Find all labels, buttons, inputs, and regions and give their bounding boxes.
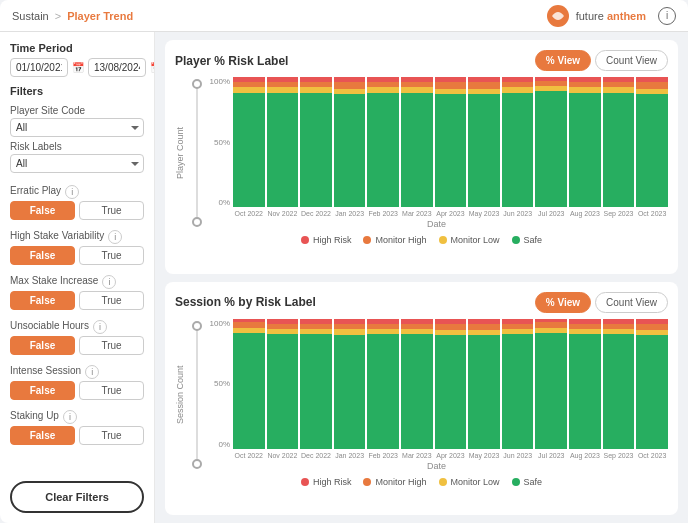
chart1-slider-bottom[interactable] xyxy=(192,217,202,227)
chart2-count-view-btn[interactable]: Count View xyxy=(595,292,668,313)
feature-unsociable-hours: Unsociable Hours i False True xyxy=(10,320,144,355)
x-label: Jul 2023 xyxy=(535,452,567,459)
bar-segment-safe xyxy=(502,93,534,207)
bar-group-1 xyxy=(267,319,299,449)
legend-dot xyxy=(363,236,371,244)
legend-item: High Risk xyxy=(301,235,352,245)
time-period-label: Time Period xyxy=(10,42,144,54)
x-label: Oct 2023 xyxy=(636,210,668,217)
bar-group-5 xyxy=(401,319,433,449)
bar-group-0 xyxy=(233,319,265,449)
date-end-input[interactable] xyxy=(88,58,146,77)
bar-segment-safe xyxy=(636,94,668,207)
bar-group-12 xyxy=(636,319,668,449)
erratic-play-false-btn[interactable]: False xyxy=(10,201,75,220)
x-label: Mar 2023 xyxy=(401,452,433,459)
chart2-percent-view-btn[interactable]: % View xyxy=(535,292,591,313)
intense-session-false-btn[interactable]: False xyxy=(10,381,75,400)
bar-segment-safe xyxy=(502,334,534,448)
intense-session-true-btn[interactable]: True xyxy=(79,381,144,400)
bar-group-2 xyxy=(300,77,332,207)
unsociable-hours-info[interactable]: i xyxy=(93,320,107,334)
x-label: Jun 2023 xyxy=(502,452,534,459)
high-stake-var-false-btn[interactable]: False xyxy=(10,246,75,265)
chart1-y-ticks: 100% 50% 0% xyxy=(205,77,233,207)
x-label: Oct 2023 xyxy=(636,452,668,459)
info-icon[interactable]: i xyxy=(658,7,676,25)
legend-item: Monitor High xyxy=(363,477,426,487)
unsociable-hours-false-btn[interactable]: False xyxy=(10,336,75,355)
staking-up-false-btn[interactable]: False xyxy=(10,426,75,445)
breadcrumb-current: Player Trend xyxy=(67,10,133,22)
chart2-slider-top[interactable] xyxy=(192,321,202,331)
high-stake-var-info[interactable]: i xyxy=(108,230,122,244)
max-stake-info[interactable]: i xyxy=(102,275,116,289)
chart1-slider-top[interactable] xyxy=(192,79,202,89)
breadcrumb: Sustain > Player Trend xyxy=(12,10,133,22)
bar-segment-safe xyxy=(636,335,668,448)
bar-group-1 xyxy=(267,77,299,207)
player-site-code-select[interactable]: All xyxy=(10,118,144,137)
legend-dot xyxy=(439,236,447,244)
legend-label: Monitor High xyxy=(375,477,426,487)
bar-segment-safe xyxy=(267,93,299,207)
chart2-y-ticks: 100% 50% 0% xyxy=(205,319,233,449)
chart1-percent-view-btn[interactable]: % View xyxy=(535,50,591,71)
x-label: Aug 2023 xyxy=(569,210,601,217)
risk-labels-select[interactable]: All xyxy=(10,154,144,173)
x-label: Nov 2022 xyxy=(267,210,299,217)
bar-group-3 xyxy=(334,77,366,207)
erratic-play-true-btn[interactable]: True xyxy=(79,201,144,220)
chart2-title: Session % by Risk Label xyxy=(175,295,316,309)
staking-up-true-btn[interactable]: True xyxy=(79,426,144,445)
erratic-play-info[interactable]: i xyxy=(65,185,79,199)
chart1-panel: Player % Risk Label % View Count View Pl… xyxy=(165,40,678,274)
date-start-input[interactable] xyxy=(10,58,68,77)
x-label: Aug 2023 xyxy=(569,452,601,459)
y-tick-100: 100% xyxy=(210,77,230,86)
bar-group-9 xyxy=(535,77,567,207)
chart1-count-view-btn[interactable]: Count View xyxy=(595,50,668,71)
bar-group-7 xyxy=(468,77,500,207)
bar-group-2 xyxy=(300,319,332,449)
chart2-slider-bottom[interactable] xyxy=(192,459,202,469)
chart2-x-labels: Oct 2022Nov 2022Dec 2022Jan 2023Feb 2023… xyxy=(205,452,668,459)
legend-dot xyxy=(301,478,309,486)
bar-group-6 xyxy=(435,319,467,449)
max-stake-false-btn[interactable]: False xyxy=(10,291,75,310)
x-label: Apr 2023 xyxy=(435,452,467,459)
intense-session-info[interactable]: i xyxy=(85,365,99,379)
y-tick-0: 0% xyxy=(218,198,230,207)
chart-area: Player % Risk Label % View Count View Pl… xyxy=(155,32,688,523)
bar-group-8 xyxy=(502,77,534,207)
bar-group-10 xyxy=(569,319,601,449)
date-range: 📅 📅 xyxy=(10,58,144,77)
x-label: Jan 2023 xyxy=(334,452,366,459)
y-tick-50: 50% xyxy=(214,138,230,147)
legend-dot xyxy=(439,478,447,486)
bar-segment-safe xyxy=(401,334,433,448)
bar-segment-safe xyxy=(603,93,635,207)
bar-segment-safe xyxy=(401,93,433,207)
max-stake-true-btn[interactable]: True xyxy=(79,291,144,310)
unsociable-hours-true-btn[interactable]: True xyxy=(79,336,144,355)
bar-segment-safe xyxy=(603,334,635,448)
legend-label: Monitor Low xyxy=(451,477,500,487)
calendar-icon: 📅 xyxy=(72,62,84,73)
bar-group-9 xyxy=(535,319,567,449)
bar-group-0 xyxy=(233,77,265,207)
bar-segment-safe xyxy=(569,93,601,207)
x-label: Dec 2022 xyxy=(300,210,332,217)
bar-segment-safe xyxy=(468,335,500,448)
bar-group-10 xyxy=(569,77,601,207)
clear-filters-button[interactable]: Clear Filters xyxy=(10,481,144,513)
staking-up-info[interactable]: i xyxy=(63,410,77,424)
y2-tick-0: 0% xyxy=(218,440,230,449)
high-stake-var-true-btn[interactable]: True xyxy=(79,246,144,265)
bar-segment-safe xyxy=(367,93,399,207)
bar-group-8 xyxy=(502,319,534,449)
feature-staking-up: Staking Up i False True xyxy=(10,410,144,445)
filters-section: Filters Player Site Code All Risk Labels… xyxy=(10,85,144,173)
legend-item: Safe xyxy=(512,235,543,245)
filters-label: Filters xyxy=(10,85,144,97)
